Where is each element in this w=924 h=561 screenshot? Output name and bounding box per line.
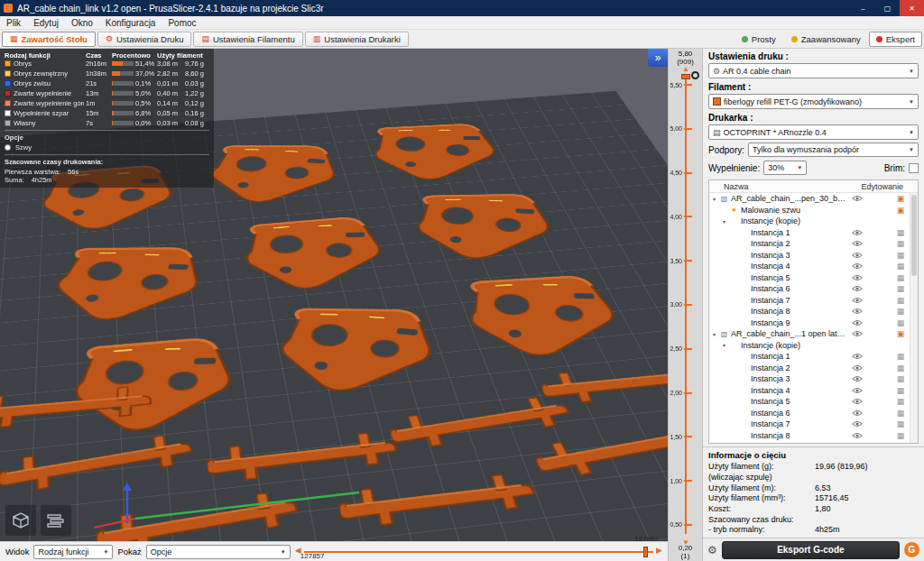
- visibility-eye-icon[interactable]: [852, 229, 863, 236]
- row-action-icon[interactable]: ▦: [896, 228, 905, 237]
- row-action-icon[interactable]: ▦: [896, 296, 905, 305]
- row-action-icon[interactable]: ▦: [896, 239, 905, 248]
- object-list-row[interactable]: Instancja 1 ▦: [709, 227, 918, 239]
- visibility-eye-icon[interactable]: [852, 252, 863, 259]
- row-action-icon[interactable]: ▦: [896, 273, 905, 282]
- legend-feature[interactable]: Obrys zwisu: [5, 79, 84, 87]
- chain-link-part[interactable]: [206, 139, 348, 207]
- layer-slider[interactable]: 5,80 (909) ▲ 5,50 5,00 4,5: [668, 49, 702, 561]
- chain-link-part[interactable]: [229, 207, 405, 299]
- layer-up-arrow[interactable]: ▲: [682, 65, 689, 73]
- gcode-slider-handle[interactable]: [643, 547, 648, 557]
- menu-item[interactable]: Okno: [65, 18, 99, 28]
- object-list-row[interactable]: Instancja 6 ▦: [709, 408, 918, 419]
- mode-expert[interactable]: Ekspert: [869, 32, 922, 47]
- row-action-icon[interactable]: ▦: [896, 442, 905, 443]
- layer-range-handle[interactable]: [691, 71, 699, 79]
- export-settings-gear-button[interactable]: ⚙: [707, 544, 717, 556]
- object-list-scrollbar[interactable]: [910, 193, 918, 443]
- object-list-row[interactable]: ▾ Instancje (kopie): [709, 216, 918, 227]
- expand-arrow-icon[interactable]: ▾: [711, 331, 717, 337]
- expand-arrow-icon[interactable]: ▾: [711, 196, 717, 202]
- printer-select[interactable]: ▤ OCTOPRINT * ARnozzle 0.4 ▼: [708, 124, 919, 140]
- object-list-row[interactable]: Instancja 8 ▦: [709, 430, 918, 442]
- chain-link-part[interactable]: [403, 186, 573, 265]
- latch-part[interactable]: [95, 483, 306, 541]
- visibility-eye-icon[interactable]: [852, 319, 863, 326]
- layers-view-button[interactable]: [41, 505, 71, 536]
- visibility-eye-icon[interactable]: [852, 420, 863, 428]
- row-action-icon[interactable]: ▦: [896, 363, 905, 372]
- object-list-row[interactable]: Instancja 7 ▦: [709, 295, 918, 307]
- close-button[interactable]: ✕: [900, 0, 924, 16]
- collapse-sidebar-button[interactable]: »: [648, 49, 668, 67]
- row-action-icon[interactable]: ▣: [896, 329, 905, 338]
- legend-feature[interactable]: Obrys: [5, 60, 84, 68]
- object-list-row[interactable]: Instancja 3 ▦: [709, 373, 918, 385]
- object-list-row[interactable]: ▾ ▧ AR_cable_chain_...1 open latch.stl ▣: [709, 328, 918, 340]
- visibility-eye-icon[interactable]: [852, 274, 863, 281]
- visibility-eye-icon[interactable]: [852, 262, 863, 270]
- tab-filament-settings[interactable]: ▤ Ustawienia Filamentu: [193, 32, 302, 47]
- legend-feature[interactable]: Obrys zewnętrzny: [5, 69, 84, 78]
- chain-link-part[interactable]: [448, 265, 645, 366]
- row-action-icon[interactable]: ▦: [896, 374, 905, 383]
- visibility-eye-icon[interactable]: [852, 375, 863, 382]
- infill-select[interactable]: 30% ▼: [763, 161, 807, 175]
- menu-item[interactable]: Pomoc: [162, 18, 202, 28]
- object-list-row[interactable]: Instancja 5 ▦: [709, 272, 918, 284]
- gcode-slider-track[interactable]: [304, 551, 653, 553]
- object-list-row[interactable]: ▾ ▧ AR_cable_chain_...pen_30_base.stl ▣: [709, 193, 918, 205]
- row-action-icon[interactable]: ▦: [896, 397, 905, 406]
- object-list-row[interactable]: Instancja 7 ▦: [709, 418, 918, 430]
- minimize-button[interactable]: –: [851, 0, 875, 16]
- row-action-icon[interactable]: ▦: [896, 352, 905, 361]
- row-action-icon[interactable]: ▦: [896, 419, 905, 428]
- expand-arrow-icon[interactable]: ▾: [721, 342, 727, 348]
- visibility-eye-icon[interactable]: [852, 364, 863, 372]
- row-action-icon[interactable]: ▦: [896, 307, 905, 316]
- chain-link-part[interactable]: [359, 116, 518, 187]
- visibility-eye-icon[interactable]: [852, 285, 863, 292]
- object-list-row[interactable]: ● Malowanie szwu ▣: [709, 205, 918, 216]
- 3d-viewport[interactable]: Rodzaj funkcji Czas Procentowo Użyty fil…: [0, 49, 668, 541]
- row-action-icon[interactable]: ▦: [896, 409, 905, 418]
- object-list-row[interactable]: Instancja 9 ▦: [709, 317, 918, 329]
- object-list-row[interactable]: ▾ Instancje (kopie): [709, 340, 918, 352]
- menu-item[interactable]: Konfiguracja: [99, 18, 162, 28]
- row-action-icon[interactable]: ▦: [896, 318, 905, 327]
- object-list-row[interactable]: Instancja 6 ▦: [709, 283, 918, 295]
- view-mode-select[interactable]: Rodzaj funkcji ▼: [33, 545, 113, 559]
- row-action-icon[interactable]: ▣: [896, 194, 905, 203]
- object-list-row[interactable]: Instancja 5 ▦: [709, 396, 918, 408]
- gcode-move-slider[interactable]: ◀ 127862 127857 ▶: [295, 542, 662, 561]
- visibility-eye-icon[interactable]: [852, 398, 863, 405]
- visibility-eye-icon[interactable]: [852, 432, 863, 439]
- row-action-icon[interactable]: ▣: [896, 206, 905, 215]
- supports-select[interactable]: Tylko dla wymuszania podpór ▼: [748, 143, 919, 157]
- layer-slider-handle[interactable]: [681, 74, 690, 79]
- latch-part[interactable]: [534, 357, 668, 408]
- legend-option-seams[interactable]: Szwy: [5, 143, 209, 152]
- tab-plater[interactable]: ▦ Zawartość Stołu: [2, 32, 96, 47]
- object-list-row[interactable]: Instancja 3 ▦: [709, 250, 918, 262]
- object-list-row[interactable]: Instancja 1 ▦: [709, 351, 918, 363]
- menu-item[interactable]: Edytuj: [27, 18, 65, 28]
- menu-item[interactable]: Plik: [0, 18, 27, 28]
- chain-link-part[interactable]: [47, 239, 209, 326]
- gcode-badge-icon[interactable]: G: [904, 542, 919, 557]
- visibility-eye-icon[interactable]: [852, 240, 863, 247]
- legend-feature[interactable]: Wypełnienie szpar: [5, 109, 84, 117]
- latch-part[interactable]: [335, 467, 544, 531]
- object-list-row[interactable]: Instancja 2 ▦: [709, 238, 918, 250]
- slider-right-arrow[interactable]: ▶: [656, 546, 662, 555]
- visibility-eye-icon[interactable]: [852, 330, 863, 337]
- row-action-icon[interactable]: ▦: [896, 251, 905, 260]
- visibility-eye-icon[interactable]: [852, 353, 863, 360]
- visibility-eye-icon[interactable]: [852, 297, 863, 304]
- scrollbar-thumb[interactable]: [911, 195, 917, 276]
- object-list-row[interactable]: Instancja 4 ▦: [709, 385, 918, 397]
- view-cube-button[interactable]: [5, 505, 36, 536]
- row-action-icon[interactable]: ▦: [896, 262, 905, 271]
- object-list-row[interactable]: Instancja 4 ▦: [709, 261, 918, 272]
